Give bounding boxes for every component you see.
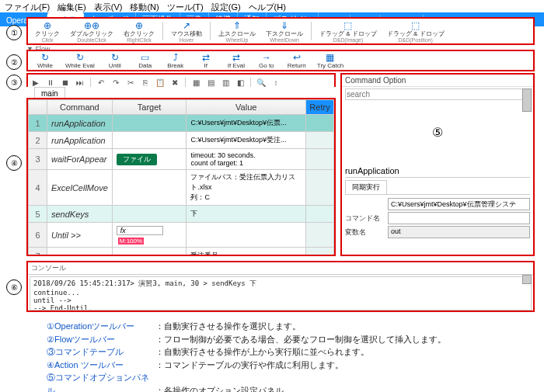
command-table-panel: CommandTargetValueRetry1runApplicationC:…: [26, 98, 336, 256]
table-row[interactable]: 3waitForAppearファイルtimeout: 30 seconds. c…: [29, 149, 334, 170]
action-button[interactable]: ↕: [270, 76, 282, 88]
action-button[interactable]: ↶: [95, 76, 107, 88]
console-scrollbar[interactable]: [522, 275, 532, 284]
try catch-icon: ▦: [325, 52, 336, 63]
menu-item[interactable]: 表示(V): [94, 2, 123, 11]
break-icon: ⤴: [170, 52, 181, 63]
op-doubleclick[interactable]: ⊕⊕ダブルクリックDoubleClick: [66, 19, 117, 43]
while-icon: ↻: [40, 52, 51, 63]
menu-item[interactable]: ファイル(F): [5, 2, 50, 11]
action-button[interactable]: ▤: [204, 76, 217, 88]
option-search[interactable]: [345, 88, 530, 100]
callout-2: ②: [6, 54, 22, 70]
op-wheelup[interactable]: ⇑上スクロールWheelUp: [214, 19, 260, 43]
rightclick-icon: ⊕: [134, 20, 145, 31]
callout-1: ①: [6, 25, 22, 40]
option-title: Command Option: [342, 75, 533, 87]
flow-go-to[interactable]: →Go to: [253, 52, 281, 69]
option-value-2[interactable]: [388, 212, 530, 224]
option-value-1[interactable]: C:¥Users¥jmt¥Desktop¥伝票管理システム.exe: [388, 198, 530, 210]
table-row[interactable]: 6Until >>fxM:100%: [29, 223, 334, 248]
table-row[interactable]: 5sendKeys下: [29, 206, 334, 223]
if-icon: ⇄: [201, 52, 211, 63]
option-label-2: コマンド名: [345, 213, 388, 224]
option-label-3: 変数名: [345, 227, 388, 238]
action-button[interactable]: 📋: [154, 76, 166, 88]
callout-5-inline: ⑤: [342, 102, 533, 163]
return-icon: ↩: [291, 52, 302, 63]
action-button[interactable]: ↷: [110, 76, 122, 88]
op-hover[interactable]: ↗マウス移動Hover: [167, 19, 206, 43]
menu-item[interactable]: ヘルプ(H): [249, 2, 286, 11]
action-button[interactable]: ▥: [219, 76, 232, 88]
flow-while[interactable]: ↻While: [31, 52, 59, 69]
option-tabs[interactable]: 同期実行: [345, 180, 530, 195]
legend-row: ④Action ツールバー：コマンドテーブルの実行や作成に利用します。: [47, 359, 446, 372]
legend-row: ③コマンドテーブル：自動実行させる操作が上から実行順に並べられます。: [47, 345, 446, 359]
action-button[interactable]: ✂: [124, 76, 137, 88]
doubleclick-icon: ⊕⊕: [86, 20, 97, 31]
legend-row: ①Operationツールバー：自動実行させる操作を選択します。: [47, 320, 446, 333]
legend: ①Operationツールバー：自動実行させる操作を選択します。②Flowツール…: [47, 320, 446, 392]
action-button[interactable]: ✖: [169, 76, 181, 88]
hover-icon: ↗: [181, 20, 192, 31]
flow-break[interactable]: ⤴Break: [162, 52, 190, 69]
d&d(image)-icon: ⬚: [343, 20, 354, 31]
action-toolbar: ▶⏸⏹⏭↶↷✂⎘📋✖▦▤▥◧🔍↕: [28, 75, 334, 90]
flow-toolbar-panel: ↻While↻While Eval↻Until▭Data⤴Break⇄If⇄If…: [26, 50, 535, 71]
callout-3: ③: [6, 75, 22, 90]
action-button[interactable]: ▦: [190, 76, 202, 88]
data-icon: ▭: [140, 52, 151, 63]
flow-if[interactable]: ⇄If: [192, 52, 220, 69]
option-cmd-name: runApplication: [345, 166, 530, 178]
action-toolbar-panel: ▶⏸⏹⏭↶↷✂⎘📋✖▦▤▥◧🔍↕: [26, 73, 336, 87]
flow-if-eval[interactable]: ⇄If Eval: [222, 52, 250, 69]
option-value-3[interactable]: out: [388, 226, 530, 238]
flow-until[interactable]: ↻Until: [101, 52, 129, 69]
action-button[interactable]: ⎘: [139, 76, 152, 88]
if eval-icon: ⇄: [231, 52, 242, 63]
menu-item[interactable]: 移動(N): [130, 2, 159, 11]
callout-4: ④: [6, 155, 22, 171]
action-button[interactable]: 🔍: [255, 76, 267, 88]
action-button[interactable]: ⏭: [74, 76, 86, 88]
operation-toolbar-panel: ⊕クリックClick⊕⊕ダブルクリックDoubleClick⊕右クリックRigh…: [26, 17, 535, 45]
table-row[interactable]: 4ExcelCellMoveファイルパス：受注伝票入力リスト.xlsx 列：C: [29, 170, 334, 206]
table-row[interactable]: 2runApplicationC:¥Users¥jmt¥Desktop¥受注..…: [29, 132, 334, 149]
table-row[interactable]: 1runApplicationC:¥Users¥jmt¥Desktop¥伝票..…: [29, 115, 334, 132]
until-icon: ↻: [110, 52, 120, 63]
legend-row: ②Flowツールバー：フロー制御が必要である場合、必要なフロー制御を選択して挿入…: [47, 333, 446, 346]
click-icon: ⊕: [42, 20, 53, 31]
op-wheeldown[interactable]: ⇓下スクロールWheelDown: [262, 19, 307, 43]
command-option-panel: Command Option ⑤ runApplication 同期実行 C:¥…: [340, 73, 535, 256]
action-button[interactable]: ◧: [234, 76, 246, 88]
flow-data[interactable]: ▭Data: [131, 52, 159, 69]
table-row[interactable]: 7copy受注番号: [29, 248, 334, 257]
op-d&d(position)[interactable]: ⬚ドラッグ & ドロップD&D(Position): [383, 19, 448, 43]
while eval-icon: ↻: [75, 52, 85, 63]
legend-row: ⑤コマンドオプションパネル：各操作のオプション設定パネル。: [47, 371, 446, 392]
menu-item[interactable]: ツール(T): [167, 2, 204, 11]
option-scrollbar[interactable]: [522, 88, 532, 112]
flow-while-eval[interactable]: ↻While Eval: [61, 52, 99, 69]
command-table[interactable]: CommandTargetValueRetry1runApplicationC:…: [28, 99, 334, 256]
op-rightclick[interactable]: ⊕右クリックRightClick: [120, 19, 159, 43]
console-title: コンソール: [28, 262, 533, 275]
flow-return[interactable]: ↩Return: [283, 52, 311, 69]
go to-icon: →: [261, 52, 272, 63]
flow-try-catch[interactable]: ▦Try Catch: [313, 52, 347, 69]
flow-toolbar: ↻While↻While Eval↻Until▭Data⤴Break⇄If⇄If…: [28, 51, 533, 70]
console-output[interactable]: 2018/09/26 15:45:21:317> 演習3, main, 30 >…: [30, 276, 532, 310]
operation-toolbar: ⊕クリックClick⊕⊕ダブルクリックDoubleClick⊕右クリックRigh…: [28, 19, 533, 43]
menu-bar: ファイル(F)編集(E)表示(V)移動(N)ツール(T)設定(G)ヘルプ(H): [0, 0, 544, 12]
wheeldown-icon: ⇓: [279, 20, 290, 31]
option-tab-sync[interactable]: 同期実行: [345, 180, 387, 194]
menu-item[interactable]: 設定(G): [211, 2, 241, 11]
d&d(position)-icon: ⬚: [410, 20, 421, 31]
menu-item[interactable]: 編集(E): [58, 2, 86, 11]
callout-6: ⑥: [6, 279, 22, 295]
op-d&d(image)[interactable]: ⬚ドラッグ & ドロップD&D(Image): [316, 19, 381, 43]
console-panel: コンソール 2018/09/26 15:45:21:317> 演習3, main…: [26, 261, 535, 312]
op-click[interactable]: ⊕クリックClick: [31, 19, 64, 43]
wheelup-icon: ⇑: [232, 20, 242, 31]
